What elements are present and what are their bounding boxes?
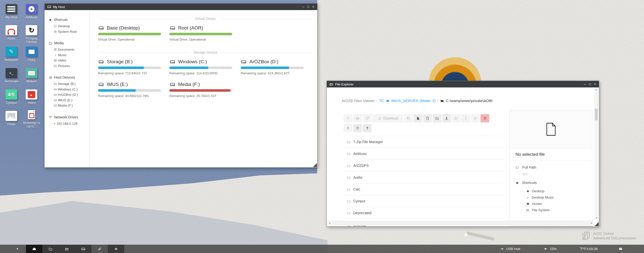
tray-usb[interactable]: USB Hub — [500, 245, 520, 253]
music-disc-icon: ♪ — [26, 4, 37, 14]
open-in-new-window-button[interactable] — [363, 114, 372, 122]
file-explorer-titlebar[interactable]: File Explorer – □ × — [327, 81, 599, 87]
scrollbar-thumb[interactable] — [595, 109, 598, 120]
shortcut-file-system[interactable]: File System — [526, 207, 586, 213]
sidebar-item-video[interactable]: Video — [49, 58, 89, 63]
drive-status: Remaining space: 114.42G/300G — [169, 71, 232, 75]
drive-card-imus-e[interactable]: IMUS (E:) Remaining space: 44.69G/111.79… — [98, 82, 161, 104]
desktop-icon-video[interactable]: ▶ Video — [22, 89, 41, 105]
sidebar-item-system-root[interactable]: System Root — [49, 29, 89, 35]
file-row-calc[interactable]: Calc — [344, 183, 503, 195]
file-row-7zip[interactable]: 7-Zip File Manager — [344, 136, 503, 148]
taskbar-item-storage[interactable] — [75, 245, 91, 253]
desktop-icon-filary[interactable]: Filary — [22, 47, 41, 62]
sidebar-item-music[interactable]: ♪Music — [49, 52, 89, 58]
drive-card-root[interactable]: Root (AOR) Virtual Drive, Operational — [169, 25, 232, 48]
desktop-icon-label: Video — [22, 101, 41, 105]
sidebar-item-windows-c[interactable]: Windows (C:) — [49, 87, 89, 92]
drive-card-windows-c[interactable]: Windows (C:) Remaining space: 114.42G/30… — [169, 59, 232, 82]
hdd-icon — [54, 88, 57, 91]
shortcut-desktop[interactable]: Desktop — [526, 188, 586, 194]
new-file-button[interactable] — [423, 114, 432, 122]
delete-button[interactable] — [480, 114, 489, 122]
breadcrumb-server-link[interactable]: TC IMUS_SERVER (Mode: 2) — [379, 99, 436, 103]
upload-button[interactable] — [442, 114, 451, 122]
desktop-icon-airmusic[interactable]: ♪ AirMusic — [22, 4, 41, 19]
file-row-deprecated[interactable]: Deprecated — [344, 207, 503, 219]
desktop-icon-cyinput[interactable]: 速型 Cyinput — [2, 89, 21, 105]
desktop-icon-audio[interactable]: Audio — [2, 25, 21, 40]
shortcut-desktop-music[interactable]: ♪Desktop Music — [526, 194, 586, 201]
drive-name: Windows (C:) — [178, 59, 207, 65]
window-resize-grip[interactable] — [595, 222, 599, 226]
desktop-icon-notepada[interactable]: ✎ NotepadA — [2, 47, 21, 62]
home-icon — [526, 189, 530, 193]
taskbar-item-folder[interactable] — [42, 245, 59, 253]
move-button[interactable] — [471, 114, 480, 122]
paste-button[interactable] — [413, 114, 422, 122]
drive-card-storage-b[interactable]: Storage (B:) Remaining space: 713.64G/2.… — [98, 59, 161, 82]
minimize-button[interactable]: – — [582, 81, 587, 87]
desktop-icon-photo[interactable]: Photo — [2, 111, 21, 126]
desktop-icon-terminala[interactable]: >_ TerminalA — [2, 68, 21, 83]
new-folder-button[interactable] — [433, 114, 441, 122]
tray-clock[interactable]: 下午3:55:36 — [579, 245, 598, 253]
drive-card-base[interactable]: Base (Desktop) Virtual Drive, Operationa… — [98, 25, 161, 48]
sidebar-item-media-f[interactable]: Media (F:) — [49, 103, 89, 108]
shortcut-cluster[interactable]: cluster — [526, 201, 586, 207]
taskbar-item-cloud[interactable] — [26, 245, 42, 253]
drive-usage-bar — [169, 89, 232, 92]
file-row-airmusic[interactable]: AirMusic — [344, 148, 503, 160]
taskbar-item-folder-open[interactable] — [59, 245, 75, 253]
file-row-audio[interactable]: Audio — [344, 172, 503, 183]
folder-icon — [347, 211, 351, 215]
horizontal-scrollbar[interactable]: ◄ ► — [328, 220, 594, 226]
up-directory-button[interactable] — [344, 114, 352, 122]
download-button[interactable]: Download — [372, 114, 403, 122]
close-button[interactable]: × — [592, 81, 597, 87]
drive-card-media-f[interactable]: Media (F:) Remaining space: 35.78G/1.53T — [169, 82, 232, 104]
desktop-icon-ffmpeg-factory[interactable]: ↻ FFmpeg Factory — [22, 25, 41, 44]
sidebar-item-pictures[interactable]: Pictures — [49, 63, 89, 69]
open-button[interactable] — [353, 114, 362, 122]
taskbar-collapse-caret[interactable]: ▼ — [13, 245, 22, 253]
sidebar-item-desktop[interactable]: Desktop — [49, 23, 89, 29]
tray-mail[interactable] — [619, 245, 623, 253]
rename-button[interactable] — [461, 114, 470, 122]
file-row-cyinput[interactable]: Cyinput — [344, 195, 503, 207]
cut-button[interactable] — [452, 114, 461, 122]
taskbar-add-button[interactable]: + — [108, 245, 124, 253]
minimize-button[interactable]: – — [301, 4, 306, 10]
sidebar-item-storage-b[interactable]: Storage (B:) — [49, 81, 89, 87]
window-resize-grip[interactable] — [313, 163, 317, 167]
desktop-icon-label: My Host — [2, 16, 21, 19]
close-button[interactable]: × — [311, 4, 316, 10]
copy-button[interactable] — [404, 114, 413, 122]
desktop-icon-my-host[interactable]: My Host — [2, 4, 21, 19]
toolbar-row-2: ? — [344, 124, 372, 132]
vertical-scrollbar[interactable]: ▲ ▼ — [594, 88, 598, 220]
maximize-button[interactable]: □ — [306, 4, 311, 10]
refresh-icon — [356, 126, 360, 130]
my-host-titlebar[interactable]: My Host – □ × — [45, 4, 317, 10]
desktop-icon-modeling-pdf[interactable]: Modeling Lo cal G... — [22, 110, 41, 128]
sidebar-item-documents[interactable]: Documents — [49, 47, 89, 52]
file-row-arozdfs[interactable]: ArOZDFS — [344, 160, 503, 172]
hdd-icon — [98, 82, 104, 87]
tray-volume[interactable]: 15% — [544, 245, 557, 253]
full-path-value: N/A — [516, 173, 586, 176]
refresh-button[interactable] — [353, 124, 362, 132]
breadcrumb-current-path[interactable]: C:\wamp\www\private\AOB\ — [446, 99, 493, 103]
sidebar-item-imus-e[interactable]: IMUS (E:) — [49, 98, 89, 103]
taskbar-item-leaf[interactable] — [91, 245, 108, 253]
sidebar-item-arozbox-d[interactable]: ArOZBox (D:) — [49, 92, 89, 98]
desktop-icon-writera[interactable]: WriterA — [22, 68, 41, 83]
maximize-button[interactable]: □ — [587, 81, 592, 87]
preview-title: No selected file — [509, 148, 592, 161]
drive-card-arozbox-d[interactable]: ArOZBox (D:) Remaining space: 424.36G/1.… — [241, 59, 304, 82]
desktop: { "glyphs":{ "star":"★","music_note":"♪"… — [0, 0, 644, 253]
sidebar-item-network-host[interactable]: ●192.168.0.126 — [49, 121, 89, 126]
bookmark-button[interactable] — [344, 124, 352, 132]
help-button[interactable]: ? — [363, 124, 372, 132]
preview-icon-box — [509, 110, 592, 148]
